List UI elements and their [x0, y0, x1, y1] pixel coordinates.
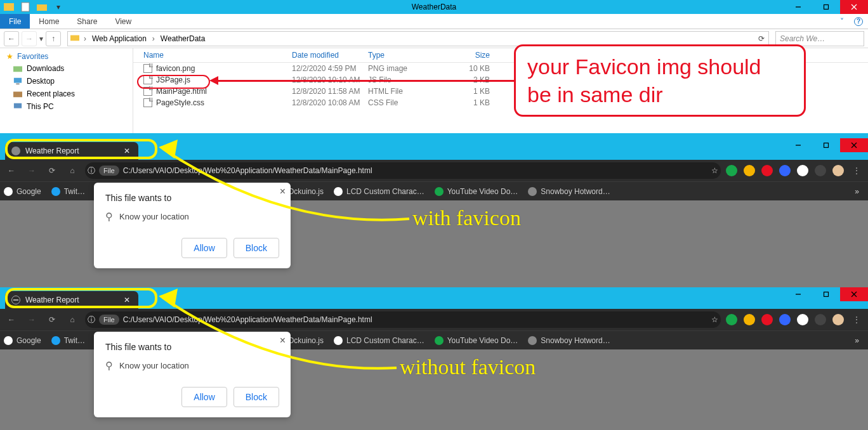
bookmark-item[interactable]: Twit… [51, 187, 85, 196]
bookmark-item[interactable]: LCD Custom Charac… [334, 336, 424, 345]
svg-rect-4 [824, 5, 829, 10]
extension-icon[interactable] [726, 165, 737, 176]
extension-icon[interactable] [744, 314, 755, 325]
tab-view[interactable]: View [106, 14, 140, 29]
close-button[interactable] [840, 0, 868, 14]
browser-minimize-button[interactable] [784, 287, 812, 301]
extension-icon[interactable] [797, 314, 808, 325]
extension-icon[interactable] [815, 314, 826, 325]
col-date[interactable]: Date modified [292, 51, 368, 60]
star-bookmark-icon[interactable]: ☆ [711, 315, 718, 324]
browser-home-button[interactable]: ⌂ [65, 312, 80, 327]
up-button[interactable]: ↑ [46, 31, 61, 46]
tab-file[interactable]: File [0, 14, 30, 29]
extension-icon[interactable] [832, 165, 844, 176]
minimize-button[interactable] [784, 0, 812, 14]
browser-maximize-button[interactable] [812, 287, 840, 301]
bookmark-favicon-icon [4, 187, 13, 196]
browser-back-button[interactable]: ← [4, 163, 19, 178]
forward-button[interactable]: → [22, 31, 37, 46]
sidebar-item-desktop[interactable]: Desktop [0, 75, 133, 88]
bookmark-item[interactable]: YouTube Video Do… [435, 187, 518, 196]
browser-forward-button[interactable]: → [24, 312, 39, 327]
help-button[interactable]: ? [849, 14, 868, 29]
bookmarks-overflow-button[interactable]: » [855, 336, 864, 345]
folder-qat-icon[interactable] [37, 2, 47, 12]
allow-button[interactable]: Allow [181, 387, 227, 407]
ribbon-collapse-button[interactable]: ˅ [835, 14, 849, 29]
qat-dropdown-icon[interactable]: ▾ [53, 2, 63, 12]
omnibox[interactable]: ⓘ File C:/Users/VAIO/Desktop/Web%20Appli… [85, 162, 721, 179]
browser-toolbar: ← → ⟳ ⌂ ⓘ File C:/Users/VAIO/Desktop/Web… [0, 160, 868, 181]
chevron-right-icon[interactable]: › [150, 34, 157, 43]
sidebar-item-downloads[interactable]: Downloads [0, 62, 133, 75]
chevron-right-icon[interactable]: › [82, 34, 88, 43]
browser-close-button[interactable] [840, 138, 868, 152]
col-name[interactable]: Name [133, 51, 292, 60]
extension-icon[interactable] [797, 165, 808, 176]
dialog-close-button[interactable]: × [280, 336, 286, 346]
col-size[interactable]: Size [444, 51, 495, 60]
browser-minimize-button[interactable] [784, 138, 812, 152]
bookmark-item[interactable]: Twit… [51, 336, 85, 345]
breadcrumb-segment[interactable]: Web Application [91, 34, 148, 43]
svg-rect-10 [16, 84, 19, 85]
col-type[interactable]: Type [368, 51, 444, 60]
block-button[interactable]: Block [233, 387, 279, 407]
breadcrumb-segment[interactable]: WeatherData [159, 34, 206, 43]
maximize-button[interactable] [812, 0, 840, 14]
svg-rect-14 [824, 143, 829, 148]
svg-rect-11 [13, 92, 22, 98]
svg-rect-7 [70, 36, 79, 41]
browser-reload-button[interactable]: ⟳ [44, 163, 60, 178]
extension-icon[interactable] [726, 314, 737, 325]
browser-menu-button[interactable]: ⋮ [849, 312, 864, 327]
search-input[interactable]: Search We… [775, 31, 864, 46]
file-size: 10 KB [444, 64, 495, 73]
extension-icon[interactable] [832, 314, 844, 325]
tab-share[interactable]: Share [68, 14, 106, 29]
site-info-icon[interactable]: ⓘ [88, 166, 95, 176]
back-button[interactable]: ← [4, 31, 19, 46]
bookmarks-overflow-button[interactable]: » [855, 187, 864, 196]
extension-icon[interactable] [779, 165, 791, 176]
tab-home[interactable]: Home [30, 14, 68, 29]
dialog-title: This file wants to [105, 342, 279, 352]
allow-button[interactable]: Allow [181, 238, 227, 258]
browser-menu-button[interactable]: ⋮ [849, 163, 864, 178]
browser-back-button[interactable]: ← [4, 312, 19, 327]
dialog-close-button[interactable]: × [280, 186, 286, 197]
history-dropdown-icon[interactable]: ▾ [39, 34, 43, 43]
file-icon [143, 64, 152, 73]
refresh-icon[interactable]: ⟳ [754, 34, 768, 43]
site-info-icon[interactable]: ⓘ [88, 315, 95, 325]
address-bar[interactable]: › Web Application › WeatherData ⟳ [67, 31, 769, 46]
extensions-tray [726, 314, 844, 325]
navigation-pane: ★Favorites Downloads Desktop Recent plac… [0, 48, 133, 133]
extension-icon[interactable] [779, 314, 791, 325]
browser-home-button[interactable]: ⌂ [65, 163, 80, 178]
sidebar-item-recent[interactable]: Recent places [0, 88, 133, 100]
bookmark-item[interactable]: Snowboy Hotword… [528, 336, 610, 345]
block-button[interactable]: Block [233, 238, 279, 258]
bookmark-item[interactable]: Google [4, 336, 41, 345]
extension-icon[interactable] [761, 165, 773, 176]
browser-maximize-button[interactable] [812, 138, 840, 152]
bookmark-item[interactable]: Google [4, 187, 41, 196]
bookmark-favicon-icon [334, 187, 343, 196]
sidebar-item-thispc[interactable]: This PC [0, 100, 133, 113]
extension-icon[interactable] [761, 314, 773, 325]
browser-close-button[interactable] [840, 287, 868, 301]
new-doc-icon[interactable] [20, 2, 30, 12]
star-bookmark-icon[interactable]: ☆ [711, 166, 718, 175]
bookmark-item[interactable]: YouTube Video Do… [435, 336, 518, 345]
bookmark-label: Dckuino.js [289, 187, 324, 196]
bookmark-item[interactable]: Snowboy Hotword… [528, 187, 610, 196]
bookmark-item[interactable]: LCD Custom Charac… [334, 187, 424, 196]
extension-icon[interactable] [815, 165, 826, 176]
browser-reload-button[interactable]: ⟳ [44, 312, 60, 327]
sidebar-favorites[interactable]: ★Favorites [0, 51, 133, 62]
browser-forward-button[interactable]: → [24, 163, 39, 178]
omnibox[interactable]: ⓘ File C:/Users/VAIO/Desktop/Web%20Appli… [85, 311, 721, 328]
extension-icon[interactable] [744, 165, 755, 176]
